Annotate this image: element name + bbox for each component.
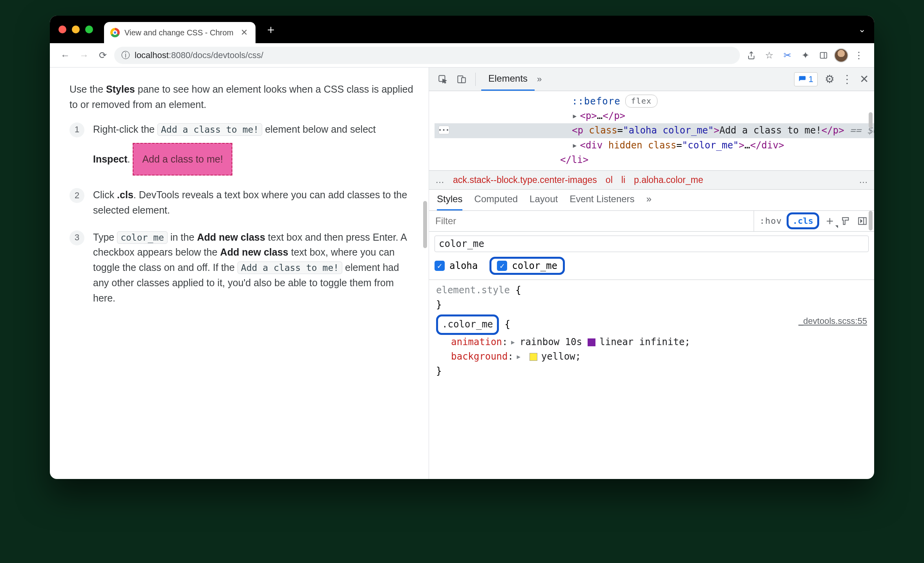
color-me-rule[interactable]: .color_me { _devtools.scss:55 animation:… (436, 314, 867, 378)
devtools-panel: Elements » 1 ⚙ ⋮ ✕ ::beforeflex (429, 68, 874, 479)
devtools-menu-icon[interactable]: ⋮ (842, 73, 853, 86)
hov-toggle[interactable]: :hov (760, 216, 782, 226)
reload-button[interactable]: ⟳ (95, 48, 110, 63)
intro-paragraph: Use the Styles pane to see how an elemen… (69, 82, 414, 112)
profile-avatar[interactable] (834, 48, 848, 62)
subtab-more-icon[interactable]: » (646, 194, 652, 210)
flex-badge[interactable]: flex (625, 95, 657, 108)
tabs-overflow-icon[interactable]: ⌄ (858, 24, 866, 35)
crumb-ol[interactable]: ol (606, 175, 613, 185)
window-titlebar: View and change CSS - Chrom ✕ ＋ ⌄ (50, 16, 874, 43)
computed-panel-icon[interactable] (857, 216, 869, 226)
svg-rect-0 (820, 52, 827, 58)
dom-actions-icon[interactable]: ••• (438, 126, 449, 134)
dom-before-pseudo[interactable]: ::beforeflex (572, 94, 874, 109)
issues-badge[interactable]: 1 (794, 72, 818, 86)
subtab-computed[interactable]: Computed (474, 194, 518, 210)
style-declarations[interactable]: element.style { } .color_me { _devtools.… (429, 280, 874, 382)
page-scrollbar[interactable] (423, 201, 427, 248)
checkbox-checked-icon: ✓ (435, 261, 445, 271)
scissors-extension-icon[interactable]: ✂ (780, 48, 795, 63)
dom-selected-node[interactable]: ••• <p class="aloha color_me">Add a clas… (435, 123, 874, 138)
forward-button[interactable]: → (77, 48, 91, 63)
element-style-rule[interactable]: element.style { } (436, 283, 867, 312)
step-1: Right-click the Add a class to me! eleme… (69, 122, 414, 176)
subtab-event-listeners[interactable]: Event Listeners (570, 194, 634, 210)
tab-title: View and change CSS - Chrom (124, 28, 234, 37)
browser-toolbar: ← → ⟳ ⓘ localhost:8080/docs/devtools/css… (50, 43, 874, 68)
timing-swatch-icon[interactable] (588, 338, 595, 346)
close-window-button[interactable] (58, 26, 66, 33)
share-icon[interactable] (744, 48, 759, 63)
dom-breadcrumb[interactable]: … ack.stack--block.type.center-images ol… (429, 170, 874, 190)
page-content: Use the Styles pane to see how an elemen… (50, 68, 429, 479)
step3-code: color_me (117, 231, 168, 244)
chrome-menu-icon[interactable]: ⋮ (851, 48, 866, 63)
color-swatch-icon[interactable] (530, 353, 537, 361)
tab-elements[interactable]: Elements (481, 68, 535, 91)
inspect-element-icon[interactable] (435, 71, 451, 88)
step1-code: Add a class to me! (157, 123, 262, 136)
url-text: localhost:8080/docs/devtools/css/ (135, 50, 263, 60)
devtools-header: Elements » 1 ⚙ ⋮ ✕ (429, 68, 874, 91)
tabs-more-icon[interactable]: » (537, 74, 542, 84)
devtools-close-icon[interactable]: ✕ (860, 73, 869, 86)
add-new-class-input[interactable] (435, 236, 869, 252)
demo-add-class-box[interactable]: Add a class to me! (133, 143, 232, 175)
dom-li-close[interactable]: </li> (435, 153, 874, 167)
subtab-layout[interactable]: Layout (530, 194, 558, 210)
styles-filter-input[interactable] (429, 211, 754, 231)
styles-subpanel-tabs: Styles Computed Layout Event Listeners » (429, 190, 874, 211)
class-toggle-color-me[interactable]: ✓ color_me (489, 257, 565, 275)
step-3: Type color_me in the Add new class text … (69, 230, 414, 306)
new-tab-button[interactable]: ＋ (265, 22, 277, 38)
subtab-styles[interactable]: Styles (437, 194, 462, 210)
rule-source-link[interactable]: _devtools.scss:55 (798, 314, 867, 328)
crumb-selected[interactable]: p.aloha.color_me (634, 175, 703, 185)
browser-tab[interactable]: View and change CSS - Chrom ✕ (104, 22, 256, 43)
new-style-rule-icon[interactable]: ＋ (824, 213, 836, 229)
tab-close-icon[interactable]: ✕ (241, 27, 248, 38)
format-icon[interactable] (840, 216, 852, 226)
svg-rect-4 (462, 77, 466, 82)
dom-div-hidden[interactable]: ▸<div hidden class="color_me">…</div> (435, 138, 874, 153)
chrome-favicon-icon (110, 28, 120, 37)
step3-code-2: Add a class to me! (237, 261, 342, 274)
traffic-lights (58, 26, 93, 33)
add-class-section: ✓ aloha ✓ color_me (429, 232, 874, 280)
settings-gear-icon[interactable]: ⚙ (825, 73, 835, 86)
side-panel-icon[interactable] (816, 48, 831, 63)
device-toolbar-icon[interactable] (453, 71, 470, 88)
minimize-window-button[interactable] (72, 26, 80, 33)
class-toggle-aloha[interactable]: ✓ aloha (435, 260, 478, 271)
rule-selector-color-me[interactable]: .color_me (436, 314, 499, 335)
crumb-li[interactable]: li (621, 175, 625, 185)
extensions-puzzle-icon[interactable]: ✦ (798, 48, 813, 63)
back-button[interactable]: ← (58, 48, 73, 63)
toolbar-actions: ☆ ✂ ✦ ⋮ (744, 48, 866, 63)
styles-filter-row: :hov .cls ＋ (429, 211, 874, 232)
crumb-stack[interactable]: ack.stack--block.type.center-images (453, 175, 597, 185)
bookmark-star-icon[interactable]: ☆ (762, 48, 777, 63)
checkbox-checked-icon: ✓ (497, 261, 507, 271)
step-2: Click .cls. DevTools reveals a text box … (69, 187, 414, 218)
address-bar[interactable]: ⓘ localhost:8080/docs/devtools/css/ (114, 47, 740, 64)
dom-scrollbar[interactable] (869, 112, 873, 128)
dom-tree[interactable]: ::beforeflex ▸<p>…</p> ••• <p class="alo… (429, 91, 874, 170)
browser-window: View and change CSS - Chrom ✕ ＋ ⌄ ← → ⟳ … (50, 16, 874, 479)
dom-p-collapsed[interactable]: ▸<p>…</p> (435, 109, 874, 123)
cls-toggle[interactable]: .cls (787, 212, 819, 229)
site-info-icon[interactable]: ⓘ (121, 49, 130, 61)
maximize-window-button[interactable] (85, 26, 93, 33)
